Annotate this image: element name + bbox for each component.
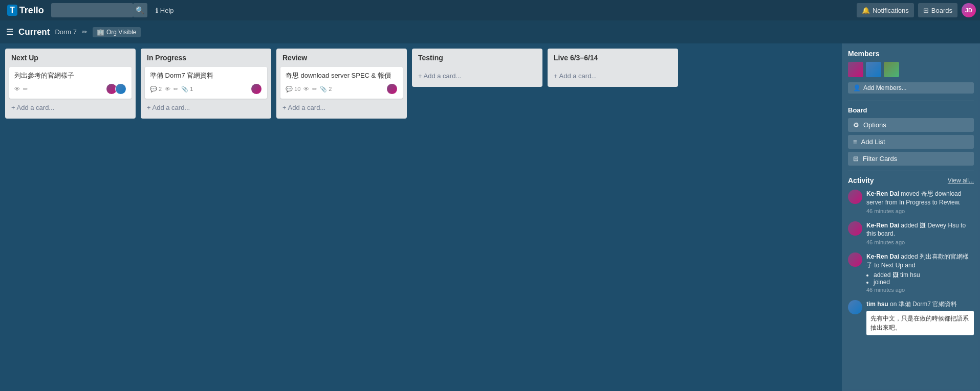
card-avatars [386,83,398,95]
activity-avatar [848,190,862,204]
add-card-button[interactable]: + Add a card... [416,69,538,83]
board-section-title: Board [848,106,974,114]
card-avatar [386,83,398,95]
board-edit-button[interactable]: ✏ [82,28,88,36]
member-avatar-2 [866,62,881,77]
card-edit-icon: ✏ [173,86,178,93]
bell-icon: 🔔 [862,7,870,14]
filter-cards-button[interactable]: ⊟ Filter Cards [848,152,974,166]
card-avatars [251,83,262,95]
board-icon: ☰ [6,27,13,37]
activity-comment: 先有中文，只是在做的時候都把語系抽出來吧。 [866,311,974,335]
activity-content: Ke-Ren Dai added 列出喜歡的官網樣子 to Next Up an… [866,252,974,293]
card-watch-icon: 👁 [165,86,170,92]
board-subtitle: Dorm 7 [55,28,77,36]
view-all-link[interactable]: View all... [948,177,974,184]
activity-text: Ke-Ren Dai added 列出喜歡的官網樣子 to Next Up an… [866,252,974,270]
card-meta: 👁 ✏ [14,83,126,95]
card-attachment-icon: 📎 1 [181,86,193,93]
card-watch-icon: 👁 [303,86,309,92]
list-title: In Progress [145,53,267,63]
activity-time: 46 minutes ago [866,287,974,293]
search-button[interactable]: 🔍 [133,3,147,17]
divider [848,101,974,101]
activity-item: Ke-Ren Dai moved 奇思 download server from… [848,190,974,214]
card-avatars [106,83,126,95]
search-container: 🔍 [51,3,147,17]
activity-time: 46 minutes ago [866,208,974,214]
lists-area: Next Up 列出參考的官網樣子 👁 ✏ + Add a card... [0,43,842,391]
list-title: Review [280,53,403,63]
card-edit-icon: ✏ [312,86,317,93]
list-body: 準備 Dorm7 官網資料 💬 2 👁 ✏ 📎 1 [145,67,267,99]
activity-text: Ke-Ren Dai moved 奇思 download server from… [866,190,974,207]
card[interactable]: 列出參考的官網樣子 👁 ✏ [9,67,132,99]
help-icon: ℹ [156,7,158,14]
member-avatar-3 [884,62,899,77]
options-button[interactable]: ⚙ Options [848,118,974,132]
activity-item: tim hsu on 準備 Dorm7 官網資料 先有中文，只是在做的時候都把語… [848,300,974,335]
activity-avatar [848,252,862,267]
person-icon: 👤 [853,84,861,91]
activity-title: Activity [848,176,874,185]
card[interactable]: 準備 Dorm7 官網資料 💬 2 👁 ✏ 📎 1 [145,67,267,99]
list-icon: ≡ [853,138,857,146]
top-navigation: T Trello 🔍 ℹ Help 🔔 Notifications ⊞ Boar… [0,0,980,20]
activity-item: Ke-Ren Dai added 🖼 Dewey Hsu to this boa… [848,221,974,246]
card-avatar [251,83,262,95]
list-testing: Testing + Add a card... [412,49,542,87]
add-members-button[interactable]: 👤 Add Members... [848,82,974,94]
activity-item: Ke-Ren Dai added 列出喜歡的官網樣子 to Next Up an… [848,252,974,293]
add-card-button[interactable]: + Add a card... [145,101,267,114]
activity-avatar [848,300,862,314]
list-title: Testing [416,53,538,63]
board-title: Current [18,27,50,37]
member-avatar-1 [848,62,863,77]
activity-list-item: joined [874,279,974,286]
card-comment-icon: 💬 10 [286,86,300,93]
activity-time: 46 minutes ago [866,239,974,245]
activity-avatar [848,221,862,236]
divider [848,171,974,171]
help-button[interactable]: ℹ Help [151,5,178,16]
activity-content: Ke-Ren Dai moved 奇思 download server from… [866,190,974,214]
filter-icon: ⊟ [853,155,859,163]
members-row [848,62,974,77]
search-input[interactable] [51,3,133,17]
activity-header: Activity View all... [848,176,974,185]
card-attachment-icon: 📎 2 [320,86,332,93]
card-comment-icon: 💬 2 [150,86,162,93]
user-avatar[interactable]: JD [962,3,976,17]
card-meta: 💬 10 👁 ✏ 📎 2 [286,83,398,95]
card-watch-icon: 👁 [14,86,20,92]
notifications-button[interactable]: 🔔 Notifications [857,3,914,17]
right-sidebar: Members 👤 Add Members... Board ⚙ Options… [842,43,980,391]
card-title: 列出參考的官網樣子 [14,71,126,80]
activity-text: tim hsu on 準備 Dorm7 官網資料 [866,300,974,309]
list-title: Live 6/3–6/14 [552,53,674,63]
list-next-up: Next Up 列出參考的官網樣子 👁 ✏ + Add a card... [5,49,136,119]
list-review: Review 奇思 download server SPEC & 報價 💬 10… [276,49,407,119]
members-section-title: Members [848,50,974,58]
add-card-button[interactable]: + Add a card... [552,69,674,83]
list-live: Live 6/3–6/14 + Add a card... [548,49,678,87]
card-title: 準備 Dorm7 官網資料 [150,71,262,80]
card-meta: 💬 2 👁 ✏ 📎 1 [150,83,262,95]
trello-logo-icon: T [7,5,17,16]
boards-icon: ⊞ [923,7,929,14]
activity-content: tim hsu on 準備 Dorm7 官網資料 先有中文，只是在做的時候都把語… [866,300,974,335]
list-body: 奇思 download server SPEC & 報價 💬 10 👁 ✏ 📎 … [280,67,403,99]
card-edit-icon: ✏ [23,86,28,93]
org-visible-button[interactable]: 🏢 Org Visible [93,27,140,37]
add-card-button[interactable]: + Add a card... [280,101,403,114]
boards-button[interactable]: ⊞ Boards [918,3,957,17]
card[interactable]: 奇思 download server SPEC & 報價 💬 10 👁 ✏ 📎 … [280,67,403,99]
gear-icon: ⚙ [853,121,859,129]
add-list-button[interactable]: ≡ Add List [848,135,974,149]
add-card-button[interactable]: + Add a card... [9,101,132,114]
list-body: 列出參考的官網樣子 👁 ✏ [9,67,132,99]
card-avatar [115,83,126,95]
activity-content: Ke-Ren Dai added 🖼 Dewey Hsu to this boa… [866,221,974,246]
activity-list: added 🖼 tim hsu joined [866,271,974,286]
list-in-progress: In Progress 準備 Dorm7 官網資料 💬 2 👁 ✏ 📎 1 [141,49,271,119]
